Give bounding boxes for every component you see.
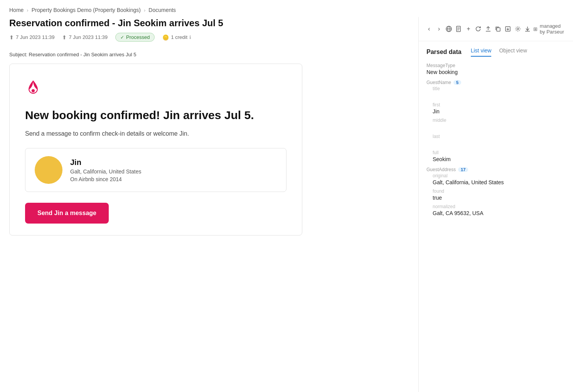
credit-badge: 🪙 1 credit ℹ xyxy=(162,34,191,40)
sub-key-found: found xyxy=(426,188,565,194)
info-icon: ℹ xyxy=(189,35,191,40)
sub-key-original: original xyxy=(426,173,565,178)
sub-value-last xyxy=(426,140,565,147)
add-button[interactable]: + xyxy=(464,22,473,35)
breadcrumb-documents[interactable]: Documents xyxy=(148,7,176,13)
download2-button[interactable] xyxy=(504,22,512,35)
toolbar: ‹ › + xyxy=(419,17,573,41)
breadcrumb: Home › Property Bookings Demo (Property … xyxy=(0,0,573,17)
send-message-button[interactable]: Send Jin a message xyxy=(25,203,109,224)
sub-key-normalized: normalized xyxy=(426,204,565,209)
tab-list-view[interactable]: List view xyxy=(471,47,492,57)
field-key-guest-address: GuestAddress 17 xyxy=(426,167,565,172)
status-label: Processed xyxy=(126,34,150,40)
credit-value: 1 credit xyxy=(171,34,187,40)
sub-key-last: last xyxy=(426,134,565,139)
field-value-message-type: New booking xyxy=(426,69,565,75)
field-key-message-type: MessageType xyxy=(426,63,565,68)
email-subtext: Send a message to confirm check-in detai… xyxy=(25,130,286,137)
sub-value-found: true xyxy=(426,195,565,201)
guest-avatar xyxy=(35,156,62,184)
parsed-data-header: Parsed data List view Object view xyxy=(426,47,565,57)
breadcrumb-chevron-2: › xyxy=(144,7,145,13)
field-badge-guest-address: 17 xyxy=(458,167,468,172)
forward-button[interactable]: › xyxy=(435,22,443,35)
left-panel: Reservation confirmed - Jin Seokim arriv… xyxy=(0,17,419,392)
right-panel: ‹ › + xyxy=(419,17,573,392)
upload-icon-2: ⬆ xyxy=(62,34,67,40)
svg-point-12 xyxy=(517,28,519,30)
managed-by-label: ⊞ managed by Parseur xyxy=(533,23,567,35)
document-header: Reservation confirmed - Jin Seokim arriv… xyxy=(9,17,409,46)
tab-object-view[interactable]: Object view xyxy=(499,47,527,57)
credit-icon: 🪙 xyxy=(162,34,169,40)
parsed-data-title: Parsed data xyxy=(426,49,462,56)
settings-button[interactable] xyxy=(514,22,522,35)
refresh-button[interactable] xyxy=(474,22,483,35)
sub-value-title xyxy=(426,92,565,99)
managed-by-text: managed by Parseur xyxy=(540,23,567,35)
sub-value-normalized: Galt, CA 95632, USA xyxy=(426,210,565,216)
sub-key-full: full xyxy=(426,150,565,155)
document-button[interactable] xyxy=(455,22,463,35)
breadcrumb-property-bookings[interactable]: Property Bookings Demo (Property Booking… xyxy=(32,7,141,13)
guest-since: On Airbnb since 2014 xyxy=(70,176,141,182)
copy-button[interactable] xyxy=(494,22,502,35)
field-message-type: MessageType New booking xyxy=(426,63,565,75)
email-heading: New booking confirmed! Jin arrives Jul 5… xyxy=(25,108,286,123)
sub-key-title: title xyxy=(426,86,565,91)
sub-value-first: Jin xyxy=(426,108,565,114)
download-button[interactable] xyxy=(523,22,532,35)
guest-card: Jin Galt, California, United States On A… xyxy=(25,148,286,192)
email-card: New booking confirmed! Jin arrives Jul 5… xyxy=(9,64,302,236)
layers-icon: ⊞ xyxy=(533,26,538,32)
upload-button[interactable] xyxy=(484,22,492,35)
check-icon: ✓ xyxy=(120,35,124,40)
airbnb-logo xyxy=(25,79,286,97)
sub-value-full: Seokim xyxy=(426,156,565,162)
field-guest-address: GuestAddress 17 original Galt, Californi… xyxy=(426,167,565,216)
status-badge: ✓ Processed xyxy=(115,33,155,42)
sub-fields-guest-name: title first Jin middle last full Seokim xyxy=(426,86,565,162)
breadcrumb-chevron-1: › xyxy=(27,7,28,13)
document-meta: ⬆ 7 Jun 2023 11:39 ⬆ 7 Jun 2023 11:39 ✓ … xyxy=(9,33,409,42)
document-title: Reservation confirmed - Jin Seokim arriv… xyxy=(9,17,409,29)
field-key-guest-name: GuestName 5 xyxy=(426,80,565,85)
field-badge-guest-name: 5 xyxy=(453,80,461,85)
guest-name: Jin xyxy=(70,158,141,167)
svg-rect-9 xyxy=(497,28,500,31)
upload-date-2-value: 7 Jun 2023 11:39 xyxy=(69,34,107,40)
field-guest-name: GuestName 5 title first Jin middle last … xyxy=(426,80,565,162)
upload-date-1: ⬆ 7 Jun 2023 11:39 xyxy=(9,34,54,40)
back-button[interactable]: ‹ xyxy=(425,22,433,35)
breadcrumb-home[interactable]: Home xyxy=(9,7,24,13)
guest-info: Jin Galt, California, United States On A… xyxy=(70,158,141,182)
upload-icon-1: ⬆ xyxy=(9,34,14,40)
globe-button[interactable] xyxy=(445,22,453,35)
guest-location: Galt, California, United States xyxy=(70,168,141,175)
sub-value-original: Galt, California, United States xyxy=(426,179,565,185)
upload-date-2: ⬆ 7 Jun 2023 11:39 xyxy=(62,34,107,40)
sub-key-middle: middle xyxy=(426,118,565,123)
sub-fields-guest-address: original Galt, California, United States… xyxy=(426,173,565,216)
svg-point-0 xyxy=(32,89,35,92)
upload-date-1-value: 7 Jun 2023 11:39 xyxy=(16,34,54,40)
parsed-data-panel: Parsed data List view Object view Messag… xyxy=(419,41,573,392)
subject-line: Subject: Reservation confirmed - Jin Seo… xyxy=(9,50,409,57)
sub-value-middle xyxy=(426,124,565,131)
sub-key-first: first xyxy=(426,102,565,108)
